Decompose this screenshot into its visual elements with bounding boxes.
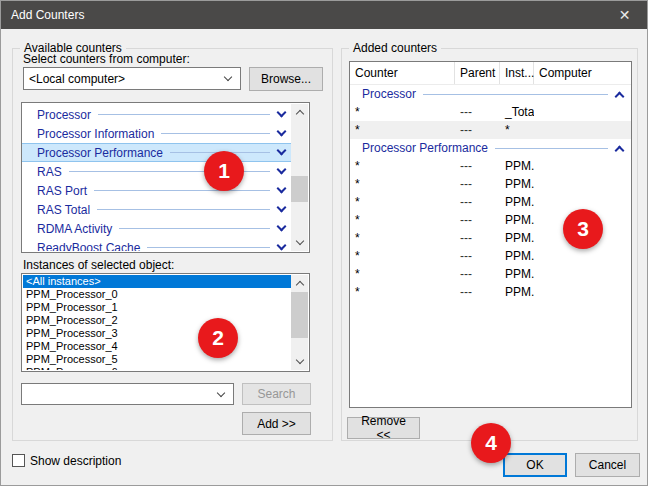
group-counter-name: Processor Performance xyxy=(362,141,488,155)
instance-name: PPM_Processor_6 xyxy=(26,366,118,370)
chevron-up-icon[interactable] xyxy=(615,145,625,155)
instance-row[interactable]: PPM_Processor_6 xyxy=(23,366,291,370)
counter-item-row[interactable]: * --- PPM... xyxy=(350,193,631,211)
counter-row[interactable]: ReadyBoost Cache xyxy=(22,238,291,251)
counter-name: RAS xyxy=(37,165,62,179)
cell-counter: * xyxy=(350,105,455,119)
scroll-up-icon[interactable] xyxy=(291,104,308,121)
counter-name: Processor xyxy=(37,108,91,122)
scrollbar-thumb[interactable] xyxy=(291,176,308,202)
cell-instance: _Total xyxy=(500,105,534,119)
computer-combobox[interactable]: <Local computer> xyxy=(23,67,241,90)
counter-group-row[interactable]: Processor Performance xyxy=(350,139,631,157)
instance-row[interactable]: PPM_Processor_3 xyxy=(23,327,291,340)
counter-item-row[interactable]: * --- PPM... xyxy=(350,283,631,301)
remove-button[interactable]: Remove << xyxy=(347,417,420,439)
table-body: Processor * --- _Total * --- * Processor… xyxy=(350,85,631,301)
instance-row[interactable]: PPM_Processor_4 xyxy=(23,340,291,353)
counters-scrollbar[interactable] xyxy=(291,104,308,251)
counter-name: Processor Information xyxy=(37,127,154,141)
cell-counter: * xyxy=(350,159,455,173)
dash-line xyxy=(94,190,270,191)
instance-row[interactable]: PPM_Processor_5 xyxy=(23,353,291,366)
ok-button[interactable]: OK xyxy=(503,453,567,477)
close-icon[interactable]: ✕ xyxy=(602,1,647,29)
counter-item-row[interactable]: * --- _Total xyxy=(350,103,631,121)
search-combobox[interactable] xyxy=(21,383,234,405)
instance-row[interactable]: PPM_Processor_1 xyxy=(23,301,291,314)
show-description-checkbox[interactable] xyxy=(12,454,25,467)
counter-item-row[interactable]: * --- PPM... xyxy=(350,175,631,193)
chevron-down-icon[interactable] xyxy=(277,222,287,232)
search-button: Search xyxy=(242,383,311,405)
counter-row[interactable]: RAS Port xyxy=(22,181,291,200)
chevron-down-icon[interactable] xyxy=(277,203,287,213)
dash-line xyxy=(98,114,270,115)
column-header-instance[interactable]: Inst... xyxy=(500,62,534,84)
cell-parent: --- xyxy=(455,285,500,299)
counter-row[interactable]: RAS xyxy=(22,162,291,181)
select-counters-label: Select counters from computer: xyxy=(23,52,190,66)
instance-name: PPM_Processor_3 xyxy=(26,327,118,339)
callout-badge-1: 1 xyxy=(204,151,244,191)
instance-row[interactable]: PPM_Processor_2 xyxy=(23,314,291,327)
counter-name: RAS Port xyxy=(37,184,87,198)
dash-line xyxy=(97,209,270,210)
browse-button[interactable]: Browse... xyxy=(249,67,323,91)
column-header-parent[interactable]: Parent xyxy=(455,62,500,84)
scroll-down-icon[interactable] xyxy=(291,234,308,251)
cell-parent: --- xyxy=(455,249,500,263)
table-header: Counter Parent Inst... Computer xyxy=(350,62,631,85)
counter-item-row[interactable]: * --- PPM... xyxy=(350,265,631,283)
counter-row[interactable]: RAS Total xyxy=(22,200,291,219)
dash-line xyxy=(495,148,608,149)
instance-name: <All instances> xyxy=(26,275,101,287)
chevron-down-icon[interactable] xyxy=(277,165,287,175)
column-header-computer[interactable]: Computer xyxy=(534,62,631,84)
counter-name: RAS Total xyxy=(37,203,90,217)
counters-list-body: Processor Processor Information Processo… xyxy=(22,105,291,251)
instances-scrollbar[interactable] xyxy=(291,275,308,370)
add-counters-dialog: Add Counters ✕ Available counters Select… xyxy=(0,0,648,486)
scroll-up-icon[interactable] xyxy=(291,275,308,292)
counter-item-row[interactable]: * --- PPM... xyxy=(350,157,631,175)
window-title: Add Counters xyxy=(11,8,84,22)
chevron-down-icon[interactable] xyxy=(277,184,287,194)
counter-group-row[interactable]: Processor xyxy=(350,85,631,103)
cell-counter: * xyxy=(350,177,455,191)
counter-row[interactable]: Processor xyxy=(22,105,291,124)
group-counter-name: Processor xyxy=(362,87,416,101)
instance-name: PPM_Processor_0 xyxy=(26,288,118,300)
counter-row[interactable]: Processor Performance xyxy=(22,143,291,162)
instance-row[interactable]: PPM_Processor_0 xyxy=(23,288,291,301)
cell-counter: * xyxy=(350,285,455,299)
dash-line xyxy=(147,247,270,248)
counter-row[interactable]: Processor Information xyxy=(22,124,291,143)
scrollbar-thumb[interactable] xyxy=(291,292,308,338)
counter-item-row[interactable]: * --- * xyxy=(350,121,631,139)
chevron-down-icon[interactable] xyxy=(277,127,287,137)
instance-name: PPM_Processor_2 xyxy=(26,314,118,326)
cell-parent: --- xyxy=(455,123,500,137)
chevron-down-icon[interactable] xyxy=(277,146,287,156)
column-header-counter[interactable]: Counter xyxy=(350,62,455,84)
added-counters-label: Added counters xyxy=(349,41,441,55)
instance-name: PPM_Processor_5 xyxy=(26,353,118,365)
cell-counter: * xyxy=(350,231,455,245)
counter-row[interactable]: RDMA Activity xyxy=(22,219,291,238)
add-button[interactable]: Add >> xyxy=(242,412,311,435)
chevron-up-icon[interactable] xyxy=(615,91,625,101)
cell-instance: PPM... xyxy=(500,285,534,299)
chevron-down-icon[interactable] xyxy=(277,108,287,118)
instance-row[interactable]: <All instances> xyxy=(23,275,291,288)
scroll-down-icon[interactable] xyxy=(291,353,308,370)
cell-counter: * xyxy=(350,123,455,137)
cell-instance: * xyxy=(500,123,534,137)
chevron-down-icon xyxy=(217,388,225,396)
cell-instance: PPM... xyxy=(500,267,534,281)
cell-instance: PPM... xyxy=(500,195,534,209)
cancel-button[interactable]: Cancel xyxy=(575,453,640,477)
counter-item-row[interactable]: * --- PPM... xyxy=(350,247,631,265)
cell-instance: PPM... xyxy=(500,249,534,263)
chevron-down-icon[interactable] xyxy=(277,241,287,251)
